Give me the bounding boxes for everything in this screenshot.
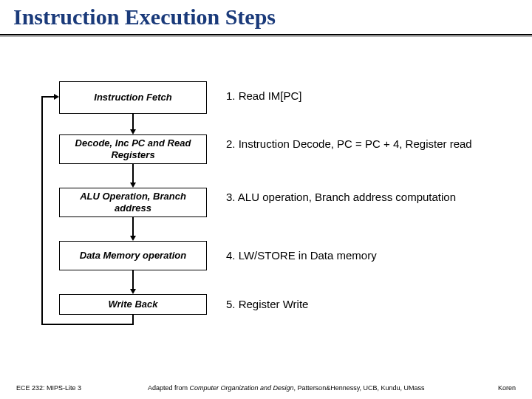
slide-title: Instruction Execution Steps	[0, 0, 532, 30]
footer-mid-suffix: , Patterson&Hennessy, UCB, Kundu, UMass	[294, 384, 425, 392]
step-desc: 2. Instruction Decode, PC = PC + 4, Regi…	[226, 137, 522, 151]
arrow-down-icon	[130, 183, 136, 188]
loopback-line	[41, 96, 43, 325]
step-box-label: Data Memory operation	[80, 250, 186, 262]
arrow-line	[132, 164, 134, 183]
step-box-label: ALU Operation, Branch address	[64, 191, 202, 215]
step-box-decode: Decode, Inc PC and Read Registers	[59, 134, 207, 164]
arrow-line	[132, 114, 134, 129]
arrow-down-icon	[130, 129, 136, 134]
step-desc: 1. Read IM[PC]	[226, 89, 522, 103]
footer-mid: Adapted from Computer Organization and D…	[148, 384, 425, 392]
step-box-label: Decode, Inc PC and Read Registers	[64, 137, 202, 162]
footer-right: Koren	[498, 384, 516, 392]
divider-dark	[0, 34, 532, 35]
loopback-line	[41, 324, 134, 325]
divider-light	[0, 36, 532, 37]
arrow-right-icon	[54, 94, 59, 100]
arrow-line	[132, 217, 134, 236]
footer-left: ECE 232: MIPS-Lite 3	[16, 384, 81, 392]
step-box-label: Instruction Fetch	[94, 92, 171, 103]
step-desc: 4. LW/STORE in Data memory	[226, 248, 522, 263]
arrow-down-icon	[130, 236, 136, 241]
step-box-writeback: Write Back	[59, 294, 207, 315]
arrow-line	[132, 270, 134, 289]
step-desc: 3. ALU operation, Branch address computa…	[226, 190, 522, 205]
diagram: Instruction Fetch 1. Read IM[PC] Decode,…	[0, 81, 532, 355]
loopback-line	[41, 96, 54, 98]
arrow-down-icon	[130, 289, 136, 294]
step-box-mem: Data Memory operation	[59, 241, 207, 270]
step-box-fetch: Instruction Fetch	[59, 81, 207, 114]
step-box-alu: ALU Operation, Branch address	[59, 188, 207, 217]
footer-mid-italic: Computer Organization and Design	[190, 384, 294, 392]
step-box-label: Write Back	[109, 299, 158, 310]
footer-mid-prefix: Adapted from	[148, 384, 190, 392]
step-desc: 5. Register Write	[226, 297, 522, 312]
